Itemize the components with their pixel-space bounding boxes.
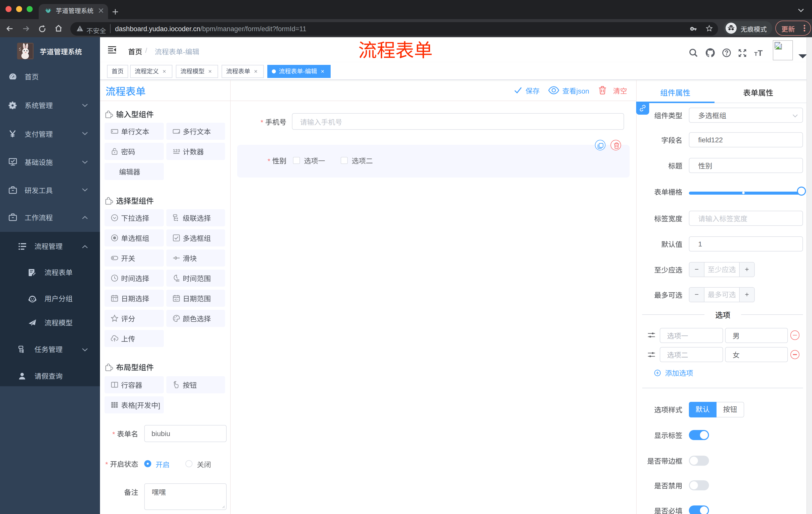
svg-text:T: T [758, 49, 763, 57]
svg-text:123: 123 [173, 148, 180, 153]
svg-text:T: T [754, 51, 758, 57]
